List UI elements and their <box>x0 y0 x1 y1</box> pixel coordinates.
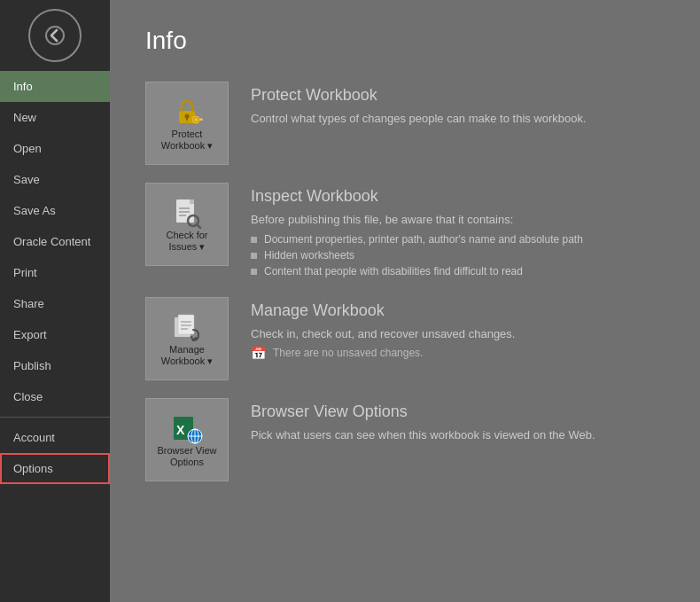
sidebar-item-info[interactable]: Info <box>0 71 110 102</box>
protect-icon-label: ProtectWorkbook ▾ <box>161 129 213 152</box>
list-item-1: Document properties, printer path, autho… <box>251 231 665 247</box>
calendar-icon: 📅 <box>251 346 266 360</box>
protect-workbook-button[interactable]: ProtectWorkbook ▾ <box>145 82 229 165</box>
protect-text: Protect Workbook Control what types of c… <box>251 82 665 130</box>
protect-section: ProtectWorkbook ▾ Protect Workbook Contr… <box>145 82 665 165</box>
check-issues-label: Check forIssues ▾ <box>166 230 207 253</box>
sidebar-item-account[interactable]: Account <box>0 422 110 453</box>
sidebar-item-new[interactable]: New <box>0 102 110 133</box>
sidebar-item-open[interactable]: Open <box>0 133 110 164</box>
svg-rect-16 <box>178 315 194 334</box>
sidebar-item-saveas[interactable]: Save As <box>0 195 110 226</box>
sidebar-item-export[interactable]: Export <box>0 319 110 350</box>
inspect-section: Check forIssues ▾ Inspect Workbook Befor… <box>145 183 665 279</box>
main-content: Info ProtectWorkbook ▾ Protect Workbook <box>110 0 700 602</box>
svg-point-0 <box>46 27 64 44</box>
manage-workbook-button[interactable]: ManageWorkbook ▾ <box>145 297 229 380</box>
sidebar-nav: Info New Open Save Save As Oracle Conten… <box>0 71 110 484</box>
manage-workbook-label: ManageWorkbook ▾ <box>161 344 213 367</box>
manage-desc: Check in, check out, and recover unsaved… <box>251 327 665 340</box>
sidebar-item-options[interactable]: Options <box>0 453 110 484</box>
page-title: Info <box>145 27 665 55</box>
sidebar-divider <box>0 417 110 418</box>
sidebar-item-save[interactable]: Save <box>0 164 110 195</box>
inspect-text: Inspect Workbook Before publishing this … <box>251 183 665 279</box>
browser-view-button[interactable]: X Browser ViewOptions <box>145 398 229 481</box>
svg-rect-9 <box>190 199 194 204</box>
browser-text: Browser View Options Pick what users can… <box>251 398 665 447</box>
browser-section: X Browser ViewOptions Browser View Optio… <box>145 398 665 481</box>
sidebar-item-close[interactable]: Close <box>0 381 110 412</box>
protect-desc: Control what types of changes people can… <box>251 112 665 125</box>
manage-section: ManageWorkbook ▾ Manage Workbook Check i… <box>145 297 665 380</box>
sidebar-item-publish[interactable]: Publish <box>0 350 110 381</box>
check-issues-button[interactable]: Check forIssues ▾ <box>145 183 229 266</box>
inspect-heading: Inspect Workbook <box>251 187 665 206</box>
list-item-2: Hidden worksheets <box>251 247 665 263</box>
manage-heading: Manage Workbook <box>251 301 665 320</box>
bullet-3 <box>251 269 257 275</box>
inspect-list: Document properties, printer path, autho… <box>251 231 665 279</box>
sidebar-item-oracle[interactable]: Oracle Content <box>0 226 110 257</box>
bullet-2 <box>251 253 257 259</box>
manage-sub: 📅 There are no unsaved changes. <box>251 346 665 360</box>
inspect-desc: Before publishing this file, be aware th… <box>251 213 665 226</box>
protect-heading: Protect Workbook <box>251 86 665 105</box>
bullet-1 <box>251 237 257 243</box>
browser-heading: Browser View Options <box>251 403 665 421</box>
sidebar-item-print[interactable]: Print <box>0 257 110 288</box>
svg-point-5 <box>194 118 198 121</box>
svg-rect-3 <box>186 117 188 121</box>
svg-text:X: X <box>176 423 185 437</box>
manage-text: Manage Workbook Check in, check out, and… <box>251 297 665 360</box>
back-button[interactable] <box>28 9 82 62</box>
browser-view-label: Browser ViewOptions <box>157 445 216 468</box>
sidebar: Info New Open Save Save As Oracle Conten… <box>0 0 110 602</box>
browser-desc: Pick what users can see when this workbo… <box>251 428 665 442</box>
list-item-3: Content that people with disabilities fi… <box>251 263 665 279</box>
svg-line-14 <box>197 224 200 228</box>
sidebar-item-share[interactable]: Share <box>0 288 110 319</box>
